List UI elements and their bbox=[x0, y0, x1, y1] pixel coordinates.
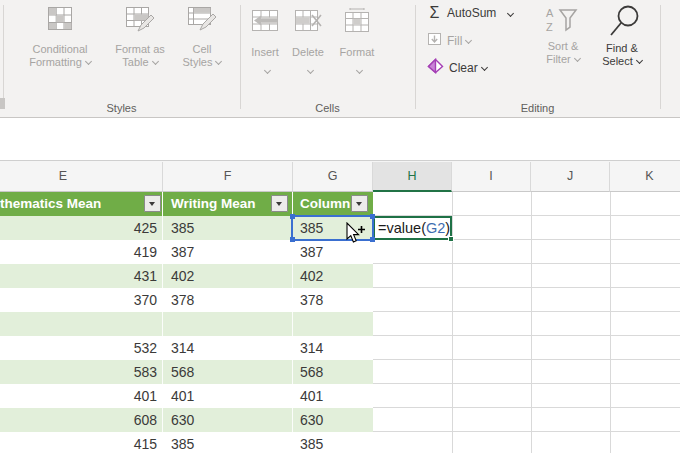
button-label-line2: Select bbox=[602, 55, 633, 67]
chevron-down-icon bbox=[481, 64, 488, 71]
plus-icon bbox=[358, 226, 365, 233]
cell-g[interactable]: 314 bbox=[300, 336, 323, 360]
column-header-J[interactable]: J bbox=[531, 162, 610, 192]
filter-arrow-icon bbox=[356, 202, 362, 206]
cell-g[interactable]: 385 bbox=[300, 216, 323, 240]
button-label-line2: Table bbox=[122, 56, 148, 68]
excel-window: Conditional Formatting Format as Table bbox=[0, 0, 680, 453]
find-select-button[interactable]: Find & Select bbox=[594, 3, 650, 68]
formula-cell-H2[interactable]: =value(G2) bbox=[373, 216, 452, 240]
column-header-K[interactable]: K bbox=[610, 162, 680, 192]
cell-styles-icon bbox=[170, 6, 234, 40]
table-row[interactable]: 425 385 385 bbox=[0, 216, 373, 240]
button-label: AutoSum bbox=[447, 6, 496, 20]
button-label: Delete bbox=[292, 46, 324, 58]
cell-f[interactable]: 387 bbox=[171, 240, 194, 264]
column-header-H[interactable]: H bbox=[373, 162, 452, 192]
cell-g[interactable]: 402 bbox=[300, 264, 323, 288]
ribbon: Conditional Formatting Format as Table bbox=[0, 0, 680, 118]
fill-handle[interactable] bbox=[448, 236, 454, 242]
column-header-E[interactable]: E bbox=[0, 162, 163, 192]
column-header-G[interactable]: G bbox=[293, 162, 373, 192]
cell-e[interactable]: 425 bbox=[0, 216, 157, 240]
chevron-down-icon bbox=[574, 55, 581, 62]
formula-reference: G2 bbox=[426, 220, 445, 236]
magnifier-icon bbox=[594, 3, 650, 39]
cell-f[interactable]: 385 bbox=[171, 216, 194, 240]
fill-button[interactable]: Fill bbox=[427, 32, 471, 49]
cell-e[interactable]: 370 bbox=[0, 288, 157, 312]
sigma-icon: Σ bbox=[427, 5, 442, 21]
cell-g[interactable]: 568 bbox=[300, 360, 323, 384]
button-label: Fill bbox=[447, 34, 462, 48]
fill-icon bbox=[427, 32, 442, 49]
cell-e[interactable]: 401 bbox=[0, 384, 157, 408]
editing-group-label: Editing bbox=[415, 102, 660, 114]
cell-f[interactable]: 568 bbox=[171, 360, 194, 384]
cell-e[interactable]: 419 bbox=[0, 240, 157, 264]
cell-f[interactable]: 378 bbox=[171, 288, 194, 312]
filter-dropdown-G[interactable] bbox=[351, 195, 368, 212]
chevron-down-icon bbox=[355, 67, 362, 74]
cell-f[interactable]: 402 bbox=[171, 264, 194, 288]
table-row[interactable]: 431 402 402 bbox=[0, 264, 373, 288]
filter-arrow-icon bbox=[276, 202, 282, 206]
arrow-pointer-icon bbox=[347, 223, 359, 242]
sheet-grid: thematics Mean Writing Mean Column 425 3… bbox=[0, 192, 680, 453]
format-as-table-icon bbox=[104, 6, 176, 40]
filter-dropdown-F[interactable] bbox=[271, 195, 288, 212]
cell-g[interactable]: 385 bbox=[300, 432, 323, 453]
cell-e[interactable]: 415 bbox=[0, 432, 157, 453]
table-rows: 425 385 385 419 387 387 431 402 402 370 … bbox=[0, 216, 373, 453]
clear-button[interactable]: Clear bbox=[427, 58, 487, 77]
insert-button[interactable]: Insert bbox=[242, 8, 288, 77]
table-row[interactable] bbox=[0, 312, 373, 336]
cell-e[interactable]: 532 bbox=[0, 336, 157, 360]
insert-cells-icon bbox=[242, 8, 288, 38]
button-label-line1: Format as bbox=[115, 43, 165, 55]
autosum-button[interactable]: Σ AutoSum bbox=[427, 5, 513, 21]
cell-f[interactable]: 314 bbox=[171, 336, 194, 360]
cell-styles-button[interactable]: Cell Styles bbox=[170, 6, 234, 69]
cell-f[interactable]: 401 bbox=[171, 384, 194, 408]
cell-g[interactable]: 387 bbox=[300, 240, 323, 264]
cell-e[interactable]: 583 bbox=[0, 360, 157, 384]
filter-dropdown-E[interactable] bbox=[144, 195, 161, 212]
sort-filter-button[interactable]: A Z Sort & Filter bbox=[538, 5, 588, 66]
table-row[interactable]: 415 385 385 bbox=[0, 432, 373, 453]
delete-button[interactable]: Delete bbox=[285, 8, 331, 77]
table-column-separator bbox=[292, 192, 293, 453]
column-header-I[interactable]: I bbox=[452, 162, 531, 192]
table-row[interactable]: 608 630 630 bbox=[0, 408, 373, 432]
button-label: Insert bbox=[251, 46, 279, 58]
cell-e[interactable]: 431 bbox=[0, 264, 157, 288]
cell-g[interactable]: 401 bbox=[300, 384, 323, 408]
formula-prefix: =value( bbox=[378, 220, 426, 236]
sort-filter-icon: A Z bbox=[538, 5, 588, 37]
chevron-down-icon bbox=[507, 9, 514, 16]
table-row[interactable]: 419 387 387 bbox=[0, 240, 373, 264]
styles-group-label: Styles bbox=[3, 102, 240, 114]
formula-suffix: ) bbox=[445, 220, 450, 236]
gridline-vertical bbox=[452, 192, 453, 453]
cell-f[interactable]: 630 bbox=[171, 408, 194, 432]
chevron-down-icon bbox=[152, 58, 159, 65]
cell-g[interactable]: 378 bbox=[300, 288, 323, 312]
sort-a-glyph: A bbox=[546, 7, 554, 19]
cell-f[interactable]: 385 bbox=[171, 432, 194, 453]
chevron-down-icon bbox=[263, 67, 270, 74]
conditional-formatting-button[interactable]: Conditional Formatting bbox=[20, 6, 100, 69]
format-button[interactable]: Format bbox=[334, 8, 380, 77]
table-row[interactable]: 583 568 568 bbox=[0, 360, 373, 384]
table-row[interactable]: 401 401 401 bbox=[0, 384, 373, 408]
table-row[interactable]: 370 378 378 bbox=[0, 288, 373, 312]
column-header-F[interactable]: F bbox=[163, 162, 293, 192]
format-as-table-button[interactable]: Format as Table bbox=[104, 6, 176, 69]
button-label-line1: Find & bbox=[606, 42, 638, 54]
button-label-line2: Filter bbox=[546, 53, 570, 65]
cell-e[interactable]: 608 bbox=[0, 408, 157, 432]
button-label-line1: Sort & bbox=[548, 40, 579, 52]
cell-g[interactable]: 630 bbox=[300, 408, 323, 432]
table-row[interactable]: 532 314 314 bbox=[0, 336, 373, 360]
table-header-mathematics-mean: thematics Mean bbox=[0, 192, 163, 216]
